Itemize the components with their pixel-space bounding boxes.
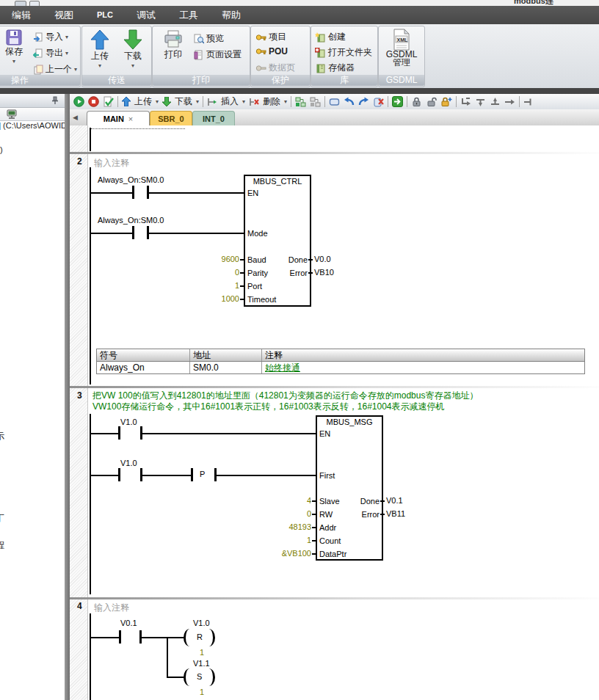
library-open-folder-button[interactable]: 打开文件夹 [315,46,372,59]
coil-left-arc[interactable] [184,668,196,686]
tab-close-icon[interactable]: × [128,114,133,123]
network4-number[interactable]: 4 [77,601,82,611]
param-value-addr[interactable]: 48193 [260,522,311,531]
export-button[interactable]: 导出▾ [33,47,68,59]
header-comment[interactable]: 注释 [262,349,584,361]
edge-contact-bar[interactable] [191,468,193,481]
contact-operand[interactable]: V1.0 [120,459,137,467]
coil-operand-value[interactable]: 1 [200,648,204,657]
quick-access-icon[interactable] [15,1,26,6]
upload-button[interactable]: 上传 ▾ [84,29,116,69]
output-operand-error[interactable]: VB11 [386,509,405,518]
network3-comment-line2[interactable]: VW100存储运行命令，其中16#1001表示正转，16#1003表示反转，16… [92,401,445,413]
delete-page-icon[interactable] [373,97,384,107]
param-value-slave[interactable]: 4 [260,496,311,505]
network2-number[interactable]: 2 [77,156,82,167]
delete-caret-icon[interactable]: ▾ [284,98,287,105]
header-address[interactable]: 地址 [190,349,262,361]
delete-icon[interactable] [249,97,259,107]
tree-item-fragment[interactable]: ) [0,145,3,154]
tab-sbr0[interactable]: SBR_0 [150,111,192,125]
output-operand-done[interactable]: V0.0 [314,255,331,263]
library-create-button[interactable]: 创建 [315,31,346,43]
line-end-icon[interactable] [523,97,533,107]
coil-operand[interactable]: V1.0 [193,619,210,627]
insert-caret-icon[interactable]: ▾ [242,98,245,105]
contact-bar[interactable] [132,186,134,199]
header-symbol[interactable]: 符号 [97,349,190,361]
download-button[interactable]: 下载 ▾ [117,29,149,69]
protect-pou-button[interactable]: POU [255,46,288,56]
toolbar-insert-label[interactable]: 插入 [221,95,239,108]
pou-network-icon[interactable] [295,97,306,107]
menu-edit[interactable]: 编辑 [0,6,43,24]
edge-contact-letter[interactable]: P [200,470,205,478]
download-caret-icon[interactable]: ▾ [196,98,199,105]
insert-icon[interactable] [207,97,217,107]
tree-item-fragment[interactable]: 程 [0,539,4,552]
symbol-table-row[interactable]: Always_On SM0.0 始终接通 [97,362,584,373]
coil-right-arc[interactable] [203,629,215,646]
print-button[interactable]: 打印 [157,29,189,61]
download-small-icon[interactable] [162,97,171,106]
mbus-ctrl-block[interactable]: MBUS_CTRL EN Mode Baud Parity Port Timeo… [244,175,311,307]
contact-operand[interactable]: Always_On:SM0.0 [98,175,164,184]
library-memory-button[interactable]: 存储器 [315,62,355,74]
mbus-msg-block[interactable]: MBUS_MSG EN First Slave RW Addr Count Da… [316,415,383,561]
previous-button[interactable]: 上一个▾ [33,63,77,76]
param-value-timeout[interactable]: 1000 [195,294,239,303]
stop-button[interactable] [88,96,99,107]
toolbar-upload-label[interactable]: 上传 [134,95,152,108]
contact-operand[interactable]: V1.0 [120,418,137,426]
param-value-port[interactable]: 1 [195,281,239,290]
lock-icon[interactable] [411,96,422,107]
preview-button[interactable]: 预览 [194,32,224,45]
lock-add-icon[interactable] [440,96,452,107]
param-value-parity[interactable]: 0 [195,268,239,277]
selection-box-icon[interactable] [329,97,340,107]
contact-bar[interactable] [119,630,121,644]
output-operand-error[interactable]: VB10 [314,268,334,277]
network3-number[interactable]: 3 [77,390,82,401]
contact-bar[interactable] [118,426,120,440]
compile-check-icon[interactable] [103,96,114,107]
contact-operand[interactable]: V0.1 [120,619,137,627]
pou-network-icon-gray[interactable] [310,97,321,107]
menu-debug[interactable]: 调试 [125,6,167,24]
window-icon[interactable] [29,1,40,6]
communications-icon[interactable] [6,109,18,119]
undo-icon[interactable] [344,97,355,107]
menu-help[interactable]: 帮助 [210,6,253,24]
toolbar-delete-label[interactable]: 删除 [263,95,280,108]
branch-line-down-icon[interactable] [475,97,486,107]
tab-scroll-left-icon[interactable]: ◀ [73,114,78,121]
toolbar-download-label[interactable]: 下载 [175,95,192,108]
upload-small-icon[interactable] [122,97,131,106]
menu-plc[interactable]: PLC [85,6,125,24]
menu-tools[interactable]: 工具 [167,6,210,24]
tab-main[interactable]: MAIN × [87,111,150,125]
redo-icon[interactable] [358,97,369,107]
network4-comment[interactable]: 输入注释 [94,602,129,614]
page-setup-button[interactable]: 页面设置 [194,48,242,61]
contact-operand[interactable]: Always_On:SM0.0 [98,216,164,225]
import-button[interactable]: 导入▾ [33,31,68,43]
param-value-count[interactable]: 1 [260,536,311,544]
coil-right-arc[interactable] [203,668,215,686]
project-path-fragment[interactable]: ] (C:\Users\AOWID [0,121,65,130]
unlock-icon[interactable] [426,96,437,107]
save-button[interactable]: 保存 ▾ [0,29,30,65]
contact-bar[interactable] [118,468,120,481]
run-button[interactable] [73,96,84,107]
line-right-icon[interactable] [504,97,515,107]
param-value-rw[interactable]: 0 [260,509,311,518]
coil-left-arc[interactable] [184,629,196,646]
network2-comment[interactable]: 输入注释 [94,157,129,169]
coil-operand-value[interactable]: 1 [200,688,204,696]
tree-item-fragment[interactable]: 丁 [0,512,4,525]
coil-operand[interactable]: V1.1 [193,659,210,668]
tree-item-fragment[interactable]: 示 [0,430,4,442]
menu-view[interactable]: 视图 [43,6,85,24]
panel-splitter[interactable] [65,94,70,700]
tab-int0[interactable]: INT_0 [192,111,235,125]
